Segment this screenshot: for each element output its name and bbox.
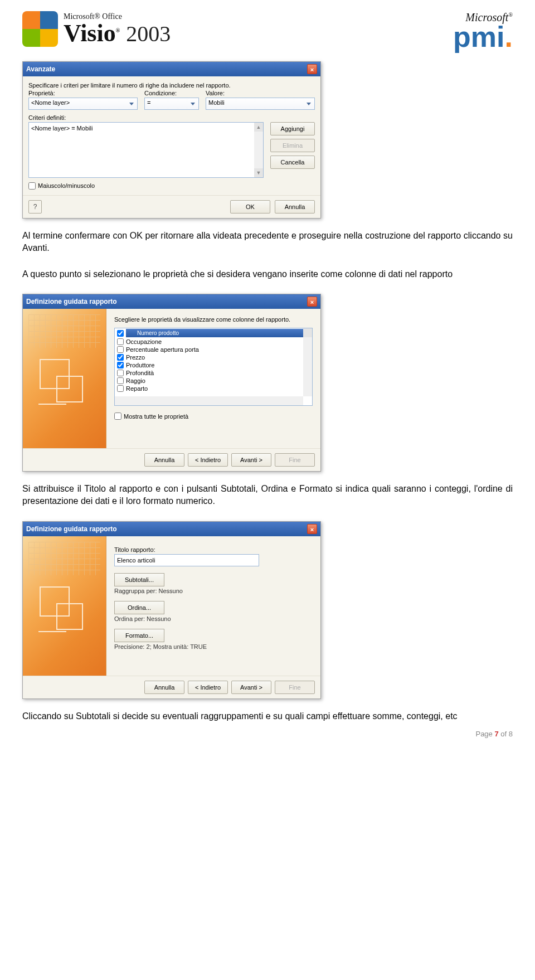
paragraph-3: Si attribuisce il Titolo al rapporto e c… — [22, 483, 513, 508]
h-scrollbar[interactable] — [115, 396, 303, 405]
combo-valore[interactable]: Mobili — [206, 98, 315, 110]
check-reparto[interactable] — [117, 385, 124, 392]
note-raggruppa: Raggruppa per: Nessuno — [114, 588, 313, 594]
list-item: Produttore — [126, 362, 154, 368]
dialog-title: Definizione guidata rapporto — [26, 525, 117, 533]
subtotali-button[interactable]: Subtotali... — [114, 573, 164, 586]
cancella-button[interactable]: Cancella — [270, 156, 315, 169]
list-item: Profondità — [126, 370, 154, 376]
label-condizione: Condizione: — [144, 90, 199, 96]
fine-button: Fine — [275, 681, 315, 694]
ok-button[interactable]: OK — [230, 200, 270, 214]
instruction-text: Specificare i criteri per limitare il nu… — [28, 82, 315, 89]
paragraph-1: Al termine confermare con OK per ritorna… — [22, 230, 513, 255]
list-item: Reparto — [126, 385, 148, 392]
checkbox-mostra-tutte[interactable]: Mostra tutte le proprietà — [114, 413, 313, 420]
close-icon[interactable]: × — [307, 64, 317, 74]
annulla-button[interactable]: Annulla — [144, 453, 184, 467]
visio-logo: Microsoft® Office Visio® 2003 — [22, 11, 171, 47]
label-proprieta: Proprietà: — [28, 90, 138, 96]
wizard-sidebar-image — [23, 536, 106, 676]
label-criteri: Criteri definiti: — [28, 114, 315, 121]
avanti-button[interactable]: Avanti > — [231, 681, 271, 694]
dialog-avanzate: Avanzate × Specificare i criteri per lim… — [22, 61, 321, 219]
wizard-sidebar-image — [23, 309, 106, 448]
pmi-logo: Microsoft® pmi. — [453, 11, 513, 50]
close-icon[interactable]: × — [307, 524, 317, 534]
check-percentuale[interactable] — [117, 346, 124, 353]
property-listbox[interactable]: Numero prodotto Occupazione Percentuale … — [114, 328, 313, 406]
close-icon[interactable]: × — [307, 297, 317, 307]
titlebar: Definizione guidata rapporto × — [23, 522, 320, 536]
paragraph-4: Cliccando su Subtotali si decide su even… — [22, 710, 513, 722]
formato-button[interactable]: Formato... — [114, 629, 164, 642]
combo-condizione[interactable]: = — [144, 98, 199, 110]
combo-proprieta[interactable]: <Nome layer> — [28, 98, 138, 110]
header: Microsoft® Office Visio® 2003 Microsoft®… — [22, 11, 513, 50]
dialog-title: Avanzate — [26, 65, 55, 73]
check-occupazione[interactable] — [117, 338, 124, 345]
check-produttore[interactable] — [117, 362, 124, 368]
scrollbar[interactable] — [303, 328, 312, 396]
titlebar: Avanzate × — [23, 62, 320, 76]
listbox-criteri[interactable]: <Nome layer> = Mobili ▲▼ — [28, 122, 264, 178]
dialog-title: Definizione guidata rapporto — [26, 298, 117, 305]
list-item: Numero prodotto — [126, 329, 310, 337]
aggiungi-button[interactable]: Aggiungi — [270, 122, 315, 135]
check-raggio[interactable] — [117, 377, 124, 384]
criteri-item: <Nome layer> = Mobili — [31, 125, 93, 132]
page-number: Page 7 of 8 — [475, 730, 513, 738]
list-item: Raggio — [126, 377, 145, 384]
list-item: Occupazione — [126, 338, 162, 345]
indietro-button[interactable]: < Indietro — [188, 681, 228, 694]
instruction-text: Scegliere le proprietà da visualizzare c… — [114, 316, 313, 323]
note-formato: Precisione: 2; Mostra unità: TRUE — [114, 643, 313, 650]
ordina-button[interactable]: Ordina... — [114, 601, 164, 614]
fine-button: Fine — [275, 453, 315, 467]
titlebar: Definizione guidata rapporto × — [23, 294, 320, 309]
list-item: Percentuale apertura porta — [126, 346, 199, 353]
checkbox-input[interactable] — [28, 182, 36, 190]
check-prezzo[interactable] — [117, 354, 124, 361]
help-icon[interactable]: ? — [28, 200, 42, 214]
check-numero-prodotto[interactable] — [117, 330, 124, 337]
list-item: Prezzo — [126, 354, 145, 361]
checkbox-maiuscolo[interactable]: Maiuscolo/minuscolo — [28, 182, 315, 190]
elimina-button: Elimina — [270, 139, 315, 152]
dialog-wizard-props: Definizione guidata rapporto × Scegliere… — [22, 294, 321, 472]
annulla-button[interactable]: Annulla — [144, 681, 184, 694]
visio-label: Visio® 2003 — [64, 21, 171, 46]
checkbox-input[interactable] — [114, 413, 121, 420]
annulla-button[interactable]: Annulla — [275, 200, 315, 214]
check-profondita[interactable] — [117, 370, 124, 376]
titolo-input[interactable] — [114, 554, 259, 566]
label-titolo-rapporto: Titolo rapporto: — [114, 546, 313, 553]
scrollbar[interactable]: ▲▼ — [254, 123, 263, 177]
avanti-button[interactable]: Avanti > — [231, 453, 271, 467]
dialog-wizard-title: Definizione guidata rapporto × Titolo ra… — [22, 521, 321, 699]
indietro-button[interactable]: < Indietro — [188, 453, 228, 467]
office-icon — [22, 11, 58, 47]
label-valore: Valore: — [206, 90, 315, 96]
note-ordina: Ordina per: Nessuno — [114, 615, 313, 622]
paragraph-2: A questo punto si selezionano le proprie… — [22, 268, 513, 280]
